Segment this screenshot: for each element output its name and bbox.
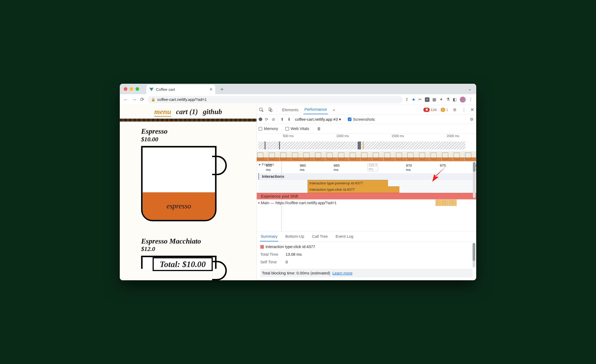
screenshot-filmstrip[interactable] [257, 152, 476, 161]
back-button[interactable]: ← [123, 97, 129, 102]
cart-total[interactable]: Total: $10.00 [153, 257, 213, 271]
inspect-icon[interactable] [259, 107, 264, 112]
timeline-overview[interactable]: 500 ms 1000 ms 1500 ms 2000 ms CPU NET [257, 133, 476, 151]
share-icon[interactable]: ⇪ [405, 97, 409, 102]
vue-icon [149, 88, 154, 91]
save-profile-icon[interactable]: ⬇ [286, 116, 292, 122]
detail-tabs: Summary Bottom-Up Call Tree Event Log [257, 232, 476, 242]
expand-icon[interactable]: ▸ [258, 201, 260, 205]
error-count[interactable]: ✖124 [423, 108, 437, 112]
nav-cart[interactable]: cart (1) [176, 108, 198, 117]
extension-grid-icon[interactable]: ▦ [432, 97, 437, 102]
toolbar-actions: ⇪ ★ ✂ n ▦ ✦ ⚗ ◧ ⋮ [405, 97, 473, 102]
flame-chart[interactable]: ▸ Frames 955 ms 960 ms 965 ms 333.3 ms 9… [257, 161, 476, 232]
tab-close-icon[interactable]: ✕ [209, 87, 212, 92]
screenshots-label: Screenshots [353, 117, 375, 122]
tab-title: Coffee cart [156, 87, 207, 92]
load-profile-icon[interactable]: ⬆ [279, 116, 285, 122]
tabs-menu-icon[interactable]: ⌄ [468, 86, 472, 91]
scissors-icon[interactable]: ✂ [418, 97, 422, 102]
product-espresso: Espresso $10.00 espresso [120, 122, 256, 221]
decor-divider [120, 119, 256, 122]
new-tab-button[interactable]: ＋ [219, 85, 225, 93]
tab-elements[interactable]: Elements [281, 105, 299, 114]
product-price: $10.00 [141, 136, 256, 143]
cup-handle [212, 261, 227, 280]
browser-window: Coffee cart ✕ ＋ ⌄ ← → ⟳ 🔒 coffee-cart.ne… [120, 84, 476, 280]
screenshots-checkbox[interactable] [348, 117, 351, 121]
memory-checkbox[interactable] [259, 127, 262, 130]
interaction-bar-pointerup[interactable]: Interaction type:pointerup id:4377 [308, 180, 388, 186]
summary-scrollbar[interactable] [473, 243, 475, 268]
color-swatch-icon [260, 245, 264, 249]
tab-call-tree[interactable]: Call Tree [311, 232, 328, 241]
main-thread-track[interactable]: ▸ Main — https://coffee-cart.netlify.app… [257, 199, 476, 206]
site-nav: menu cart (1) github [120, 105, 256, 119]
chevron-down-icon: ▾ [339, 117, 341, 122]
tab-summary[interactable]: Summary [260, 232, 278, 241]
overview-ticks: 500 ms 1000 ms 1500 ms 2000 ms [257, 133, 476, 138]
interaction-bar-click[interactable]: Interaction type:click id:4377 [308, 186, 399, 193]
address-bar[interactable]: 🔒 coffee-cart.netlify.app/?ad=1 [148, 96, 402, 104]
tab-event-log[interactable]: Event Log [335, 232, 354, 241]
perf-toolbar-2: Memory Web Vitals 🗑 [257, 124, 476, 134]
reload-button[interactable]: ⟳ [139, 97, 145, 102]
memory-label: Memory [264, 127, 278, 131]
nav-menu[interactable]: menu [154, 108, 171, 117]
bookmark-star-icon[interactable]: ★ [412, 97, 415, 102]
reload-record-icon[interactable]: ⟳ [264, 116, 269, 122]
recording-select[interactable]: coffee-cart.netlify.app #3 ▾ [295, 117, 341, 122]
tab-performance[interactable]: Performance [303, 105, 328, 114]
toolbar: ← → ⟳ 🔒 coffee-cart.netlify.app/?ad=1 ⇪ … [120, 94, 476, 105]
side-panel-icon[interactable]: ◧ [453, 97, 457, 102]
profile-avatar[interactable] [460, 97, 466, 102]
settings-gear-icon[interactable]: ⚙ [452, 107, 457, 112]
chrome-menu-icon[interactable]: ⋮ [469, 97, 473, 102]
webvitals-label: Web Vitals [291, 127, 309, 131]
browser-tab[interactable]: Coffee cart ✕ [146, 85, 215, 94]
tbt-footer: Total blocking time: 0.00ms (estimated) … [260, 269, 473, 277]
cup-graphic[interactable]: espresso [141, 146, 217, 221]
labs-flask-icon[interactable]: ⚗ [446, 97, 450, 102]
device-toggle-icon[interactable] [268, 107, 273, 112]
experience-track[interactable]: Experience yout Shift [257, 193, 476, 199]
warning-count[interactable]: !1 [441, 108, 448, 112]
window-controls [124, 87, 139, 91]
page-viewport: menu cart (1) github Espresso $10.00 esp… [120, 105, 257, 280]
extension-n-icon[interactable]: n [425, 97, 429, 102]
perf-settings-gear-icon[interactable]: ⚙ [469, 116, 474, 122]
time-cursor [281, 161, 282, 232]
url-text: coffee-cart.netlify.app/?ad=1 [157, 97, 207, 102]
devtools-panel: Elements Performance » ✖124 !1 ⚙ ⋮ ✕ ⟳ ⊘… [257, 105, 476, 280]
product-name: Espresso Macchiato [141, 237, 217, 245]
record-button[interactable] [259, 117, 262, 121]
tab-bottom-up[interactable]: Bottom-Up [285, 232, 305, 241]
content-split: menu cart (1) github Espresso $10.00 esp… [120, 105, 476, 280]
flame-scrollbar[interactable] [473, 162, 476, 198]
clear-icon[interactable]: ⊘ [271, 116, 276, 122]
svg-rect-2 [270, 109, 272, 111]
cup-fill-label: espresso [143, 192, 215, 220]
webvitals-checkbox[interactable] [285, 127, 289, 130]
lock-icon: 🔒 [151, 97, 155, 102]
devtools-tab-bar: Elements Performance » ✖124 !1 ⚙ ⋮ ✕ [257, 105, 476, 115]
annotation-arrow-icon [429, 165, 447, 183]
minimize-window-button[interactable] [130, 87, 133, 91]
trash-icon[interactable]: 🗑 [317, 126, 322, 131]
frames-track-label: ▸ Frames [259, 162, 274, 167]
nav-github[interactable]: github [203, 108, 222, 117]
devtools-menu-icon[interactable]: ⋮ [461, 107, 467, 112]
product-name: Espresso [141, 127, 256, 136]
perf-toolbar: ⟳ ⊘ ⬆ ⬇ coffee-cart.netlify.app #3 ▾ Scr… [257, 115, 476, 124]
learn-more-link[interactable]: Learn more [332, 271, 352, 275]
close-window-button[interactable] [124, 87, 127, 91]
main-flame-preview [435, 199, 457, 206]
forward-button[interactable]: → [131, 97, 137, 102]
devtools-close-icon[interactable]: ✕ [470, 107, 474, 112]
cup-handle [212, 156, 227, 175]
maximize-window-button[interactable] [136, 87, 139, 91]
product-price: $12.0 [141, 245, 217, 252]
tab-more[interactable]: » [332, 105, 336, 114]
summary-panel: Interaction type:click id:4377 Total Tim… [257, 242, 476, 280]
extensions-puzzle-icon[interactable]: ✦ [439, 97, 443, 102]
